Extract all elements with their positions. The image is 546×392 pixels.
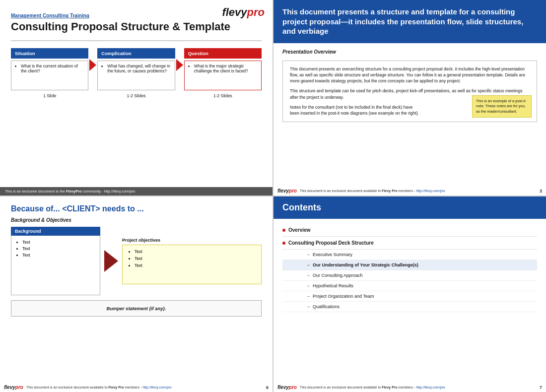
slide3-section-title: Background & Objectives: [11, 217, 262, 223]
footer-text-slide1: This is an exclusive document to the Fle…: [5, 189, 135, 194]
slide1-logo: flevypro: [222, 6, 265, 19]
slide-3: Because of... <CLIENT> needs to ... Back…: [0, 196, 273, 392]
slide1-content: flevypro Management Consulting Training …: [0, 0, 273, 187]
flow-count-complication: 1-2 Slides: [97, 93, 175, 98]
post-it-note: This is an example of a post-it note. Th…: [472, 95, 532, 117]
flow-body-situation: What is the current situation of the cli…: [11, 61, 88, 90]
flow-box-situation: Situation What is the current situation …: [11, 48, 88, 98]
logo-pro: pro: [247, 6, 265, 18]
toc-sub-understanding: – Our Understanding of Your Strategic Ch…: [282, 260, 537, 270]
toc-item-proposal: Consulting Proposal Deck Structure: [282, 237, 537, 250]
flow-body-question: What is the major strategic challenge th…: [184, 61, 262, 90]
footer-text-slide2: This document is an exclusive document a…: [300, 189, 445, 193]
toc-bullet-proposal: [282, 242, 285, 245]
toc-dash-results: –: [307, 283, 310, 288]
objectives-label: Project objectives: [122, 238, 262, 243]
objectives-box: Text Text Text: [122, 245, 262, 284]
flow-body-complication: What has changed, will change in the fut…: [97, 61, 175, 90]
slide-2: This document presents a structure and t…: [273, 0, 546, 196]
toc-sub-exec: – Executive Summary: [282, 250, 537, 260]
slide1-footer: This is an exclusive document to the Fle…: [0, 187, 273, 196]
arrow-shape-2: [176, 59, 183, 71]
obj-item-3: Text: [135, 263, 255, 268]
slide4-header: Contents: [273, 196, 546, 219]
slide3-title: Because of... <CLIENT> needs to ...: [11, 204, 262, 213]
bg-item-1: Text: [22, 240, 95, 245]
toc-dash-understanding: –: [307, 262, 310, 267]
footer-logo-slide2: flevypro: [277, 188, 297, 194]
bumper-box: Bumper statement (if any).: [11, 300, 262, 317]
slide-1: flevypro Management Consulting Training …: [0, 0, 273, 196]
flow-box-question: Question What is the major strategic cha…: [184, 48, 262, 98]
footer-text-slide4: This document is an exclusive document a…: [300, 386, 445, 389]
logo-flevy: flevy: [222, 6, 247, 18]
footer-page-slide3: 6: [266, 385, 269, 390]
flow-header-complication: Complication: [97, 48, 175, 59]
toc-sub-org: – Project Organization and Team: [282, 291, 537, 302]
slide3-footer: flevypro This document is an exclusive d…: [0, 383, 273, 392]
bg-item-3: Text: [22, 253, 95, 258]
toc-sub-results: – Hypothetical Results: [282, 281, 537, 291]
slide-4: Contents Overview Consulting Proposal De…: [273, 196, 546, 392]
arrow3: [104, 250, 118, 272]
slide2-body: Presentation Overview This document pres…: [273, 43, 546, 187]
objectives-area: Project objectives Text Text Text: [122, 238, 262, 284]
flow-header-situation: Situation: [11, 48, 88, 59]
bg-item-2: Text: [22, 246, 95, 251]
flow-container: Situation What is the current situation …: [11, 48, 262, 98]
toc-label-exec: Executive Summary: [313, 252, 352, 257]
toc-item-overview: Overview: [282, 224, 537, 237]
toc-dash-org: –: [307, 294, 310, 299]
slide2-para1: This document presents an overarching st…: [290, 66, 530, 84]
footer-logo-slide3: flevypro: [4, 385, 23, 390]
toc-label-org: Project Organization and Team: [313, 294, 374, 299]
slide2-text-box: This document presents an overarching st…: [282, 61, 537, 122]
footer-page-slide4: 7: [540, 385, 542, 390]
obj-item-2: Text: [135, 256, 255, 261]
flow-header-question: Question: [184, 48, 262, 59]
toc-sub-approach: – Our Consulting Approach: [282, 270, 537, 281]
slide2-section-title: Presentation Overview: [282, 49, 537, 55]
flow-box-complication: Complication What has changed, will chan…: [97, 48, 175, 98]
toc-dash-exec: –: [307, 252, 310, 257]
obj-item-1: Text: [135, 249, 255, 254]
toc-label-proposal: Consulting Proposal Deck Structure: [288, 240, 374, 246]
footer-logo-slide4: flevypro: [277, 385, 297, 390]
flow-count-question: 1-2 Slides: [184, 93, 262, 98]
slide1-title: Consulting Proposal Structure & Template: [11, 20, 262, 33]
arrow-shape-1: [89, 59, 96, 71]
slide4-header-title: Contents: [282, 202, 537, 213]
footer-text-slide3: This document is an exclusive document a…: [26, 386, 172, 389]
toc-label-understanding: Our Understanding of Your Strategic Chal…: [313, 262, 418, 267]
slide3-flow: Background Text Text Text Project object…: [11, 227, 262, 295]
toc-dash-approach: –: [307, 273, 310, 278]
flow-count-situation: 1 Slide: [11, 93, 88, 98]
slide2-header: This document presents a structure and t…: [273, 0, 546, 43]
slide2-para3: Notes for the consultant (not to be incl…: [290, 104, 422, 117]
footer-page-slide2: 3: [540, 189, 542, 194]
slide2-footer: flevypro This document is an exclusive d…: [273, 186, 546, 196]
background-box: Background Text Text Text: [11, 227, 100, 295]
toc-sub-qual: – Qualifications: [282, 302, 537, 312]
flow-arrow-2: [175, 48, 184, 71]
toc-label-approach: Our Consulting Approach: [313, 273, 363, 278]
slide4-body: Overview Consulting Proposal Deck Struct…: [273, 219, 546, 383]
slide4-footer: flevypro This document is an exclusive d…: [273, 383, 546, 392]
flow-arrow-1: [88, 48, 97, 71]
toc-dash-qual: –: [307, 304, 310, 309]
bg-header: Background: [11, 227, 100, 236]
bg-body: Text Text Text: [11, 236, 100, 295]
toc-label-overview: Overview: [288, 227, 310, 233]
arrow3-shape: [104, 250, 118, 272]
slide1-divider: [11, 40, 262, 41]
toc-label-qual: Qualifications: [313, 304, 340, 309]
slide3-content: Because of... <CLIENT> needs to ... Back…: [0, 196, 273, 383]
slide2-header-title: This document presents a structure and t…: [282, 7, 537, 36]
toc-bullet-overview: [282, 229, 285, 232]
toc-label-results: Hypothetical Results: [313, 283, 353, 288]
